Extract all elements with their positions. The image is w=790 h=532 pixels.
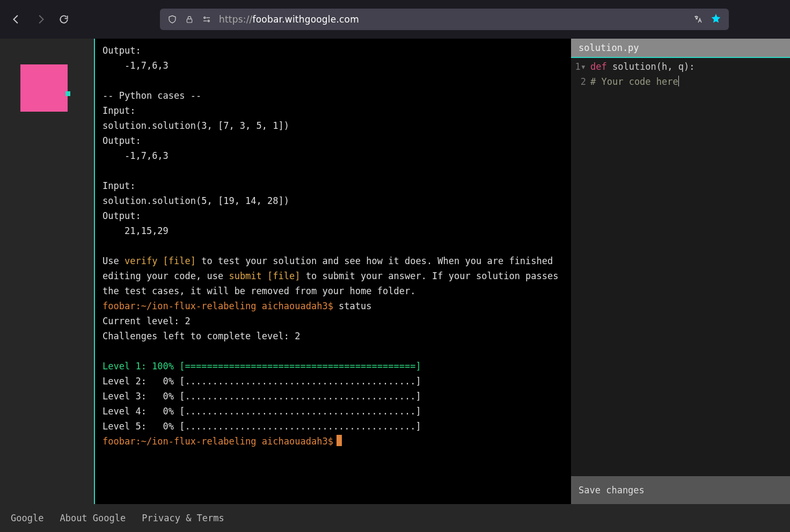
svg-point-1 xyxy=(204,17,206,19)
level3-row: Level 3: 0% [...........................… xyxy=(103,391,421,402)
lock-icon xyxy=(185,14,194,24)
url-security-icons xyxy=(167,14,211,24)
line-gutter: 1▾2 xyxy=(571,59,590,476)
code-editor[interactable]: 1▾2 def solution(h, q): # Your code here xyxy=(571,57,790,476)
instructions-pre: Use xyxy=(103,256,125,266)
forward-button[interactable] xyxy=(34,13,46,25)
terminal-output-block: Output: -1,7,6,3 -- Python cases -- Inpu… xyxy=(103,45,289,236)
editor-panel: solution.py 1▾2 def solution(h, q): # Yo… xyxy=(571,39,790,476)
footer-link-about[interactable]: About Google xyxy=(60,513,126,523)
url-text: https://foobar.withgoogle.com xyxy=(219,14,359,25)
editor-filename: solution.py xyxy=(579,42,639,53)
translate-icon[interactable] xyxy=(693,14,703,24)
level5-row: Level 5: 0% [...........................… xyxy=(103,421,421,432)
permissions-icon[interactable] xyxy=(202,14,211,24)
code-lines[interactable]: def solution(h, q): # Your code here xyxy=(590,59,790,476)
verify-command: verify [file] xyxy=(125,256,196,266)
svg-rect-0 xyxy=(187,19,192,23)
editor-filename-tab[interactable]: solution.py xyxy=(571,39,790,57)
editor-cursor xyxy=(678,76,679,86)
foobar-app: Output: -1,7,6,3 -- Python cases -- Inpu… xyxy=(0,39,790,532)
terminal-cursor xyxy=(337,435,342,446)
status-output: Current level: 2 Challenges left to comp… xyxy=(103,316,300,341)
svg-point-2 xyxy=(208,20,209,22)
terminal[interactable]: Output: -1,7,6,3 -- Python cases -- Inpu… xyxy=(94,39,571,504)
terminal-prompt: foobar:~/ion-flux-relabeling aichaouadah… xyxy=(103,301,333,311)
shield-icon xyxy=(167,14,177,24)
reload-button[interactable] xyxy=(58,13,70,25)
level1-bar: [=======================================… xyxy=(179,361,421,371)
level2-row: Level 2: 0% [...........................… xyxy=(103,376,421,387)
save-changes-button[interactable]: Save changes xyxy=(571,476,790,504)
avatar-presence-dot xyxy=(65,91,70,96)
footer-link-google[interactable]: Google xyxy=(11,513,43,523)
terminal-cmd-status: status xyxy=(333,301,372,311)
avatar[interactable] xyxy=(20,64,68,112)
back-button[interactable] xyxy=(11,13,23,25)
nav-buttons xyxy=(11,13,70,25)
left-rail xyxy=(0,39,94,504)
browser-chrome: https://foobar.withgoogle.com xyxy=(0,0,790,39)
bookmark-star-icon[interactable] xyxy=(711,13,721,26)
submit-command: submit [file] xyxy=(229,271,300,281)
level4-row: Level 4: 0% [...........................… xyxy=(103,406,421,417)
level1-label: Level 1: 100% xyxy=(103,361,179,371)
footer-link-privacy[interactable]: Privacy & Terms xyxy=(142,513,224,523)
url-bar[interactable]: https://foobar.withgoogle.com xyxy=(160,9,729,30)
terminal-prompt: foobar:~/ion-flux-relabeling aichaouadah… xyxy=(103,436,333,447)
footer: Google About Google Privacy & Terms xyxy=(0,504,790,532)
